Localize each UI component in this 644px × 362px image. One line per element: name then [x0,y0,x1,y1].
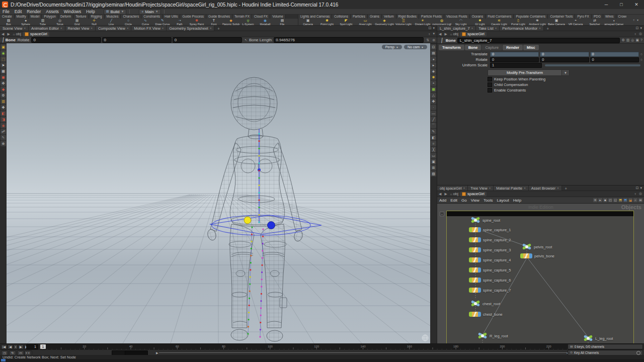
toolbar-icon[interactable]: ◈ [431,68,436,74]
pin-icon[interactable]: ＋ [633,32,637,37]
shelf-tab[interactable]: Fluid Containers [486,15,514,19]
node-header-icon[interactable]: ▥ [626,38,630,42]
checkbox[interactable] [488,88,492,93]
network-node-pelvis_bone[interactable]: pelvis_bone [520,253,554,258]
node-header-icon[interactable]: ◎ [631,38,634,42]
pane-tab[interactable]: L_shin_capture_7 × [437,26,476,31]
shelf-tab[interactable]: Populate Containers [514,15,548,19]
menu-item[interactable]: View [469,198,481,203]
shelf-tool[interactable]: ◈ Geometry Light [375,19,394,26]
persp-selector[interactable]: Persp ▼ [382,45,402,49]
shelf-tool[interactable]: ▧ Box [0,19,17,26]
toolbar-icon[interactable]: ✥ [1,105,6,110]
revert-icon[interactable]: ↖ [243,38,249,42]
ladder-icon[interactable]: ○ [640,58,642,61]
translate-value-field[interactable]: 0 [490,52,539,57]
shelf-tab[interactable]: Cloud FX [252,15,270,19]
toolbar-icon[interactable]: ╳ [431,147,436,152]
toolbar-icon[interactable]: — [431,111,436,116]
layout-icon[interactable]: ◰ [608,198,612,202]
shelf-tool[interactable]: ▣ Camera [298,19,317,26]
toolbar-icon[interactable]: · [431,105,436,110]
toolbar-icon[interactable]: ✎ [431,129,436,134]
shelf-tool[interactable]: ◎ Torus [51,19,68,26]
pane-maximize-icon[interactable]: ⊡ [636,186,639,190]
uniform-scale-slider[interactable] [545,64,640,66]
shelf-tab[interactable]: Rigging [89,15,105,19]
desktop-selector[interactable]: ⊞ Build ▼ [104,9,127,15]
shelf-tab[interactable]: Hair Utils [163,15,180,19]
keyframe-icon[interactable]: ⇅ [425,38,431,42]
toolbar-icon[interactable]: ✱ [431,74,436,80]
history-icon[interactable]: ◎ [639,32,642,37]
shelf-tool[interactable]: ◆ Platonic Solids [222,19,239,26]
forward-icon[interactable]: ▶ [6,32,11,36]
translate-value-field[interactable]: 0 [590,52,639,57]
shelf-tool[interactable]: ✳ Ambient Light [528,19,547,26]
close-icon[interactable]: × [471,27,473,30]
shelf-menu-icon[interactable]: ▾ [637,18,638,22]
close-icon[interactable]: × [489,187,491,190]
range-slider[interactable] [159,352,568,353]
maximize-button[interactable]: □ [614,0,629,9]
handle-sphere-yellow[interactable] [244,217,251,224]
shelf-tab[interactable]: PDG [592,15,603,19]
minimize-button[interactable]: ─ [599,0,614,9]
checkbox-row[interactable]: Keep Position When Parenting [488,77,644,81]
toolbar-icon[interactable]: ▣ [431,159,436,164]
back-icon[interactable]: ◀ [0,32,6,36]
notification-chip[interactable] [1,359,6,361]
keys-info-button[interactable]: ▤ 0 keys, 0/0 channels [568,344,643,349]
shelf-tool[interactable]: ○ Circle [120,19,137,26]
toolbar-icon[interactable]: ⌗ [431,141,436,146]
toolbar-icon[interactable]: ● [431,56,436,62]
rotate-value-field[interactable]: 0 [102,37,172,43]
toolbar-icon[interactable]: ⊕ [1,141,6,146]
new-tab-button[interactable]: ＋ [214,26,222,31]
toolbar-icon[interactable]: ✎ [1,135,6,140]
flag-orange-icon[interactable]: ⬓ [628,198,632,202]
network-node-chest_root[interactable]: chest_root [470,300,500,307]
context-chip[interactable]: ⌂obj [450,192,458,196]
pane-tab[interactable]: Tree View × [468,186,494,191]
param-folder-tab[interactable]: Bone [465,45,481,50]
bone-length-field[interactable]: 0.9465276 [274,37,424,43]
snap-icon[interactable]: ✛ [593,198,597,202]
menu-item[interactable]: Assets [43,9,61,14]
toolbar-icon[interactable]: ✜ [1,80,6,86]
shelf-tool[interactable]: ◖ Gamepad Camera [604,19,623,26]
rotate-value-field[interactable]: 0 [31,37,101,43]
node-chip[interactable]: spaceGirl [460,32,487,37]
close-icon[interactable]: × [557,187,559,190]
pane-maximize-icon[interactable]: ⊡ [429,26,432,30]
node-name-field[interactable]: L_shin_capture_7 [457,38,620,43]
toolbar-icon[interactable]: ◉ [1,123,6,128]
network-canvas[interactable]: Indie Edition Objects − spine_rootspine_… [437,204,644,344]
checkbox-row[interactable]: Child Compensation [488,82,644,87]
settings-icon[interactable]: ⊕ [431,38,437,42]
new-tab-button[interactable]: ＋ [562,186,570,191]
close-button[interactable]: ✕ [629,0,644,9]
toolbar-icon[interactable]: ☍ [1,129,6,134]
shelf-tab[interactable]: Characters [121,15,141,19]
toolbar-icon[interactable]: ◆ [1,86,6,92]
shelf-tool[interactable]: ✎ Draw Curve [154,19,171,26]
shelf-tab[interactable]: Particles [351,15,368,19]
pin-icon[interactable]: ＋ [427,32,431,37]
toolbar-icon[interactable]: ▭ [431,153,436,158]
shelf-tool[interactable]: ◤ Spot Light [337,19,356,26]
context-chip[interactable]: ⌂obj [450,32,458,36]
network-node-spine_capture_3[interactable]: spine_capture_3 [469,247,511,252]
menu-item[interactable]: Help [84,9,97,14]
shelf-tab[interactable]: Crowds [616,15,626,19]
toolbar-icon[interactable]: ◨ [1,117,6,122]
shelf-tool[interactable]: ✱ Point Light [317,19,337,26]
toolbar-icon[interactable]: ✥ [431,99,436,104]
pane-menu-icon[interactable]: ▾ [640,26,642,30]
toolbar-icon[interactable]: ⊡ [431,44,436,50]
shelf-tab[interactable]: Modify [15,15,29,19]
shelf-tool[interactable]: ≋ Caustic Light [490,19,509,26]
shelf-tab[interactable]: Texture [73,15,89,19]
pane-tab[interactable]: Take List × [476,26,500,31]
toolbar-icon[interactable]: ▥ [1,99,6,104]
